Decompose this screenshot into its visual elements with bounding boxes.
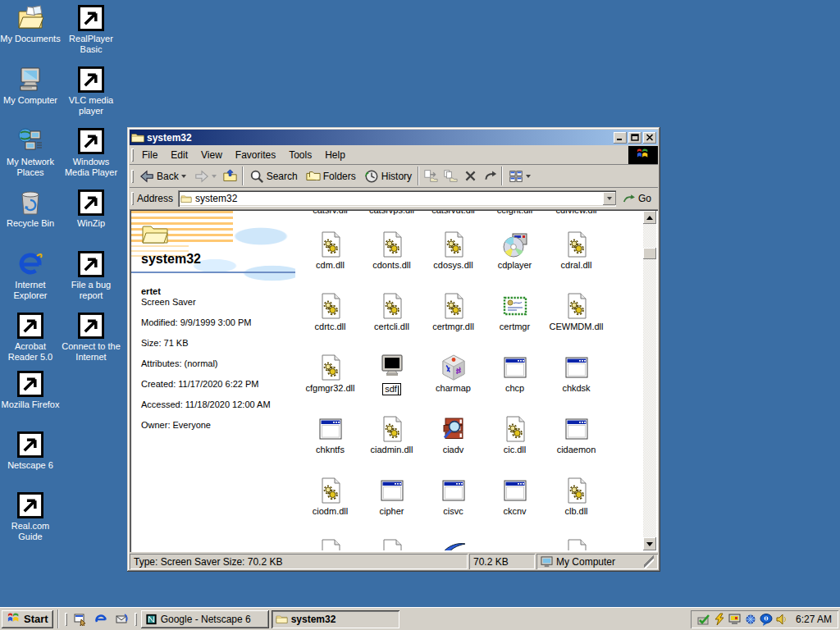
title-bar[interactable]: system32 xyxy=(130,130,658,145)
file-label[interactable]: catsrv.dll xyxy=(299,211,361,217)
file-label[interactable]: ccfgnt.dll xyxy=(484,211,546,217)
file-icon-certmgr-dll[interactable]: certmgr.dll xyxy=(422,293,484,354)
folders-button[interactable]: Folders xyxy=(302,167,360,186)
menu-tools[interactable]: Tools xyxy=(282,147,318,163)
file-icon-cisvc[interactable]: cisvc xyxy=(422,477,484,539)
file-icon-cewmdm-dll[interactable]: CEWMDM.dll xyxy=(546,293,607,354)
desktop-icon-netscape-6[interactable]: Netscape 6 xyxy=(0,431,61,471)
file-icon-certmgr[interactable]: certmgr xyxy=(484,293,546,354)
quick-launch-outlook-express[interactable] xyxy=(112,610,130,628)
file-label[interactable]: catsrvut.dll xyxy=(422,211,484,217)
display-monitor-icon[interactable] xyxy=(728,613,742,626)
go-button[interactable]: Go xyxy=(616,193,658,204)
file-icon-cidaemon[interactable]: cidaemon xyxy=(546,416,607,477)
quick-launch-internet-explorer[interactable] xyxy=(92,610,110,628)
start-button[interactable]: Start xyxy=(2,610,53,628)
magenta-icon[interactable] xyxy=(502,539,528,550)
desktop-icon-internet-explorer[interactable]: Internet Explorer xyxy=(0,251,61,301)
file-icon-ciadmin-dll[interactable]: ciadmin.dll xyxy=(361,416,422,477)
desktop-icon-my-network-places[interactable]: My Network Places xyxy=(0,128,61,178)
file-icon-ciadv[interactable]: ciadv xyxy=(422,416,484,477)
menu-edit[interactable]: Edit xyxy=(164,147,194,163)
history-button[interactable]: History xyxy=(360,167,416,186)
desktop-icon-my-computer[interactable]: My Computer xyxy=(0,66,61,106)
move-to-button[interactable] xyxy=(421,167,441,186)
menu-favorites[interactable]: Favorites xyxy=(229,147,282,163)
vertical-scrollbar[interactable] xyxy=(643,211,656,550)
desktop-icon-connect-internet[interactable]: Connect to the Internet xyxy=(61,313,121,363)
desktop-icon-vlc[interactable]: VLC media player xyxy=(61,66,121,116)
graphics-tool-icon[interactable] xyxy=(713,613,726,626)
address-combo[interactable]: system32 xyxy=(178,190,616,207)
address-dropdown-button[interactable] xyxy=(603,192,616,205)
file-icon-cdosys-dll[interactable]: cdosys.dll xyxy=(422,231,484,293)
menu-file[interactable]: File xyxy=(135,147,164,163)
delete-button[interactable] xyxy=(460,167,480,186)
quick-launch-grip[interactable] xyxy=(65,613,67,626)
desktop-icon-file-bug-report[interactable]: File a bug report xyxy=(61,251,121,301)
rename-edit-box[interactable]: sdf xyxy=(382,383,401,395)
file-icon-cdm-dll[interactable]: cdm.dll xyxy=(299,231,361,293)
menu-grip[interactable] xyxy=(131,148,134,162)
file-icon-certcli-dll[interactable]: certcli.dll xyxy=(361,293,422,354)
file-icon-cfgmgr32-dll[interactable]: cfgmgr32.dll xyxy=(299,354,361,416)
menu-help[interactable]: Help xyxy=(318,147,352,163)
minimize-button[interactable] xyxy=(614,132,627,144)
menu-view[interactable]: View xyxy=(194,147,229,163)
volume-icon[interactable] xyxy=(775,613,788,626)
desktop-icon-winzip[interactable]: WinZip xyxy=(61,189,121,229)
page-icon[interactable] xyxy=(564,539,590,550)
views-dropdown-caret-icon[interactable] xyxy=(526,175,531,178)
file-icon-chkntfs[interactable]: chkntfs xyxy=(299,416,361,477)
page-icon[interactable] xyxy=(317,539,344,550)
file-icon-clb-dll[interactable]: clb.dll xyxy=(546,477,607,539)
file-icon-ciodm-dll[interactable]: ciodm.dll xyxy=(299,477,361,539)
file-icon-cdral-dll[interactable]: cdral.dll xyxy=(546,231,607,293)
file-icon-charmap[interactable]: charmap xyxy=(422,354,484,416)
desktop-icon-realcom-guide[interactable]: Real.com Guide xyxy=(0,492,61,542)
file-label[interactable]: catsrvps.dll xyxy=(361,211,422,217)
network-ball-icon[interactable] xyxy=(744,613,757,626)
scroll-up-button[interactable] xyxy=(643,211,656,224)
file-icon-ckcnv[interactable]: ckcnv xyxy=(484,477,546,539)
taskbar-grip[interactable] xyxy=(135,613,137,626)
file-label[interactable]: cdfview.dll xyxy=(546,211,607,217)
realplayer-bubble-icon[interactable] xyxy=(760,613,773,626)
quick-launch-show-desktop[interactable] xyxy=(71,610,89,628)
task-button-netscape[interactable]: Google - Netscape 6 xyxy=(141,610,269,628)
file-icon-chkdsk[interactable]: chkdsk xyxy=(546,354,607,416)
file-icon-cdplayer[interactable]: cdplayer xyxy=(484,231,546,293)
address-grip[interactable] xyxy=(131,192,134,205)
clipboard-swoosh-icon[interactable] xyxy=(441,539,467,550)
file-icon-sdf-renaming[interactable]: sdf xyxy=(361,354,422,416)
resize-grip[interactable] xyxy=(644,554,654,569)
page-icon[interactable] xyxy=(379,539,405,550)
desktop-icon-my-documents[interactable]: My Documents xyxy=(0,5,61,44)
toolbar-grip[interactable] xyxy=(131,170,134,183)
views-button[interactable] xyxy=(504,167,535,186)
desktop-icon-acrobat-reader[interactable]: Acrobat Reader 5.0 xyxy=(0,313,61,363)
back-dropdown-caret-icon[interactable] xyxy=(181,175,186,178)
copy-to-button[interactable] xyxy=(441,167,460,186)
desktop-icon-realplayer-basic[interactable]: RealPlayer Basic xyxy=(61,5,121,55)
file-icon-cdrtc-dll[interactable]: cdrtc.dll xyxy=(299,293,361,354)
back-button[interactable]: Back xyxy=(135,167,190,186)
search-button[interactable]: Search xyxy=(245,167,302,186)
up-button[interactable] xyxy=(221,167,240,186)
task-scheduler-icon[interactable] xyxy=(697,613,710,626)
forward-button[interactable] xyxy=(190,167,221,186)
file-icon-cic-dll[interactable]: cic.dll xyxy=(484,416,546,477)
desktop-icon-recycle-bin[interactable]: Recycle Bin xyxy=(0,189,61,229)
file-icon-cdonts-dll[interactable]: cdonts.dll xyxy=(361,231,422,293)
scroll-down-button[interactable] xyxy=(643,537,656,550)
scrollbar-track[interactable] xyxy=(643,224,656,537)
desktop-icon-windows-media-player[interactable]: Windows Media Player xyxy=(61,128,121,178)
file-icon-cipher[interactable]: cipher xyxy=(361,477,422,539)
file-icon-chcp[interactable]: chcp xyxy=(484,354,546,416)
undo-button[interactable] xyxy=(480,167,500,186)
desktop-icon-mozilla-firefox[interactable]: Mozilla Firefox xyxy=(0,371,61,410)
maximize-button[interactable] xyxy=(628,132,641,144)
task-button-system32[interactable]: system32 xyxy=(272,610,399,628)
scrollbar-thumb[interactable] xyxy=(643,248,656,259)
close-button[interactable] xyxy=(643,132,656,144)
